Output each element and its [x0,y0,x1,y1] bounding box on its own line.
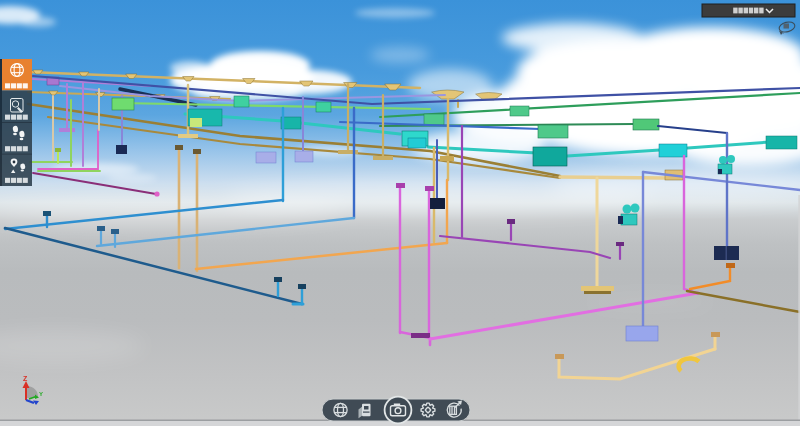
svg-text:Y: Y [39,391,43,397]
svg-text:Z: Z [23,375,28,382]
